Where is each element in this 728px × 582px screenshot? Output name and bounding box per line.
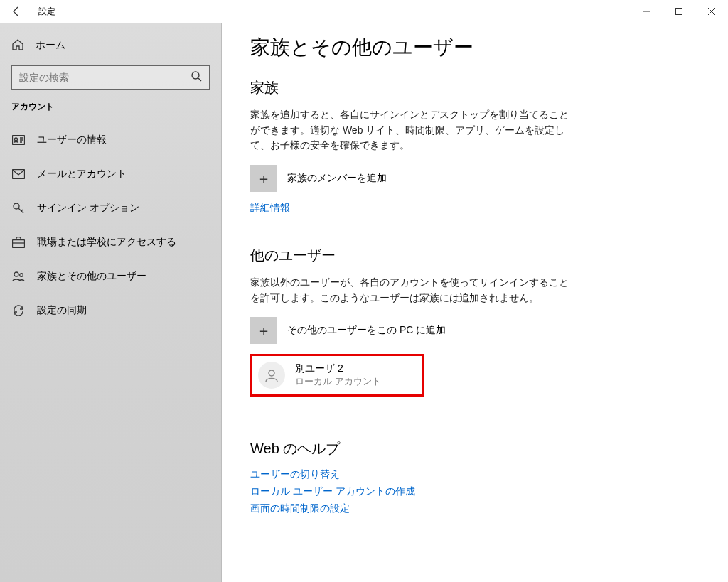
app-title: 設定: [33, 6, 55, 18]
nav-item-label: 職場または学校にアクセスする: [37, 236, 176, 249]
family-more-info-link[interactable]: 詳細情報: [250, 202, 700, 215]
nav-item-user-info[interactable]: ユーザーの情報: [0, 123, 221, 157]
nav-home[interactable]: ホーム: [11, 31, 210, 60]
avatar-icon: [258, 362, 285, 389]
svg-point-1: [192, 72, 199, 79]
help-link-create-local[interactable]: ローカル ユーザー アカウントの作成: [250, 485, 700, 498]
nav-item-sync[interactable]: 設定の同期: [0, 293, 221, 328]
search-box[interactable]: [11, 65, 210, 90]
add-family-label: 家族のメンバーを追加: [287, 172, 387, 185]
page-title: 家族とその他のユーザー: [250, 34, 700, 61]
user-name: 別ユーザ 2: [295, 362, 381, 375]
nav-item-label: メールとアカウント: [37, 168, 127, 180]
svg-point-8: [20, 274, 23, 277]
content-area: ホーム アカウント ユーザーの情報 メールとアカウント サインイン オプション …: [0, 23, 728, 582]
home-icon: [11, 38, 24, 53]
back-button[interactable]: [0, 0, 33, 23]
nav-item-family[interactable]: 家族とその他のユーザー: [0, 259, 221, 293]
svg-point-9: [269, 370, 274, 376]
help-link-screen-time[interactable]: 画面の時間制限の設定: [250, 502, 700, 515]
nav-item-email[interactable]: メールとアカウント: [0, 157, 221, 191]
close-button[interactable]: [695, 0, 728, 23]
user-card[interactable]: 別ユーザ 2 ローカル アカウント: [250, 354, 424, 397]
key-icon: [11, 202, 26, 215]
maximize-button[interactable]: [663, 0, 695, 23]
help-heading: Web のヘルプ: [250, 439, 700, 458]
add-other-label: その他のユーザーをこの PC に追加: [287, 324, 446, 337]
nav-item-signin[interactable]: サインイン オプション: [0, 191, 221, 225]
nav-item-label: 家族とその他のユーザー: [37, 270, 146, 283]
add-family-member[interactable]: ＋ 家族のメンバーを追加: [250, 165, 700, 192]
people-icon: [11, 271, 26, 282]
add-other-user[interactable]: ＋ その他のユーザーをこの PC に追加: [250, 317, 700, 344]
svg-rect-0: [676, 9, 682, 15]
minimize-button[interactable]: [630, 0, 663, 23]
others-description: 家族以外のユーザーが、各自のアカウントを使ってサインインすることを許可します。こ…: [250, 275, 577, 306]
svg-rect-6: [13, 240, 25, 248]
sidebar-section-label: アカウント: [0, 101, 221, 123]
titlebar: [0, 0, 728, 23]
user-badge-icon: [11, 135, 26, 145]
main-panel: 家族とその他のユーザー 家族 家族を追加すると、各自にサインインとデスクトップを…: [222, 23, 728, 582]
svg-point-5: [14, 203, 19, 209]
help-link-switch-user[interactable]: ユーザーの切り替え: [250, 468, 700, 481]
search-input[interactable]: [19, 72, 191, 83]
mail-icon: [11, 169, 26, 179]
svg-point-7: [14, 272, 18, 276]
svg-point-3: [15, 138, 18, 141]
others-heading: 他のユーザー: [250, 246, 700, 265]
family-description: 家族を追加すると、各自にサインインとデスクトップを割り当てることができます。適切…: [250, 107, 577, 153]
sync-icon: [11, 304, 26, 317]
nav-item-label: 設定の同期: [37, 304, 87, 317]
plus-icon: ＋: [250, 165, 277, 192]
briefcase-icon: [11, 237, 26, 248]
family-heading: 家族: [250, 78, 700, 97]
user-subtitle: ローカル アカウント: [295, 375, 381, 388]
plus-icon: ＋: [250, 317, 277, 344]
nav-home-label: ホーム: [36, 39, 65, 52]
nav-item-label: サインイン オプション: [37, 202, 139, 215]
search-icon: [191, 70, 202, 85]
nav-item-label: ユーザーの情報: [37, 134, 107, 146]
titlebar-left: 設定: [0, 0, 55, 23]
sidebar: ホーム アカウント ユーザーの情報 メールとアカウント サインイン オプション …: [0, 23, 222, 582]
nav-item-work-school[interactable]: 職場または学校にアクセスする: [0, 225, 221, 259]
